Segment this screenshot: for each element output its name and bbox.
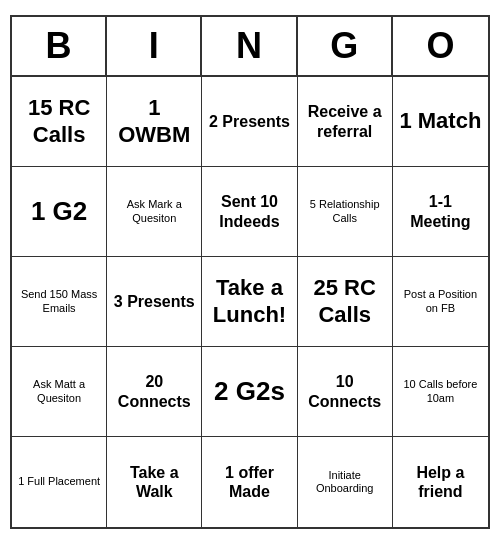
bingo-grid: 15 RC Calls1 OWBM2 PresentsReceive a ref… xyxy=(12,77,488,527)
bingo-cell-19: 10 Calls before 10am xyxy=(393,347,488,437)
bingo-cell-22: 1 offer Made xyxy=(202,437,297,527)
bingo-cell-18: 10 Connects xyxy=(298,347,393,437)
bingo-cell-20: 1 Full Placement xyxy=(12,437,107,527)
bingo-cell-2: 2 Presents xyxy=(202,77,297,167)
header-letter-B: B xyxy=(12,17,107,75)
bingo-cell-12: Take a Lunch! xyxy=(202,257,297,347)
bingo-cell-7: Sent 10 Indeeds xyxy=(202,167,297,257)
bingo-card: BINGO 15 RC Calls1 OWBM2 PresentsReceive… xyxy=(10,15,490,529)
header-letter-O: O xyxy=(393,17,488,75)
header-letter-I: I xyxy=(107,17,202,75)
bingo-header: BINGO xyxy=(12,17,488,77)
bingo-cell-4: 1 Match xyxy=(393,77,488,167)
bingo-cell-5: 1 G2 xyxy=(12,167,107,257)
bingo-cell-14: Post a Position on FB xyxy=(393,257,488,347)
header-letter-G: G xyxy=(298,17,393,75)
bingo-cell-3: Receive a referral xyxy=(298,77,393,167)
bingo-cell-9: 1-1 Meeting xyxy=(393,167,488,257)
bingo-cell-10: Send 150 Mass Emails xyxy=(12,257,107,347)
bingo-cell-1: 1 OWBM xyxy=(107,77,202,167)
bingo-cell-11: 3 Presents xyxy=(107,257,202,347)
bingo-cell-0: 15 RC Calls xyxy=(12,77,107,167)
bingo-cell-6: Ask Mark a Quesiton xyxy=(107,167,202,257)
bingo-cell-15: Ask Matt a Quesiton xyxy=(12,347,107,437)
bingo-cell-17: 2 G2s xyxy=(202,347,297,437)
bingo-cell-21: Take a Walk xyxy=(107,437,202,527)
bingo-cell-23: Initiate Onboarding xyxy=(298,437,393,527)
header-letter-N: N xyxy=(202,17,297,75)
bingo-cell-13: 25 RC Calls xyxy=(298,257,393,347)
bingo-cell-24: Help a friend xyxy=(393,437,488,527)
bingo-cell-16: 20 Connects xyxy=(107,347,202,437)
bingo-cell-8: 5 Relationship Calls xyxy=(298,167,393,257)
